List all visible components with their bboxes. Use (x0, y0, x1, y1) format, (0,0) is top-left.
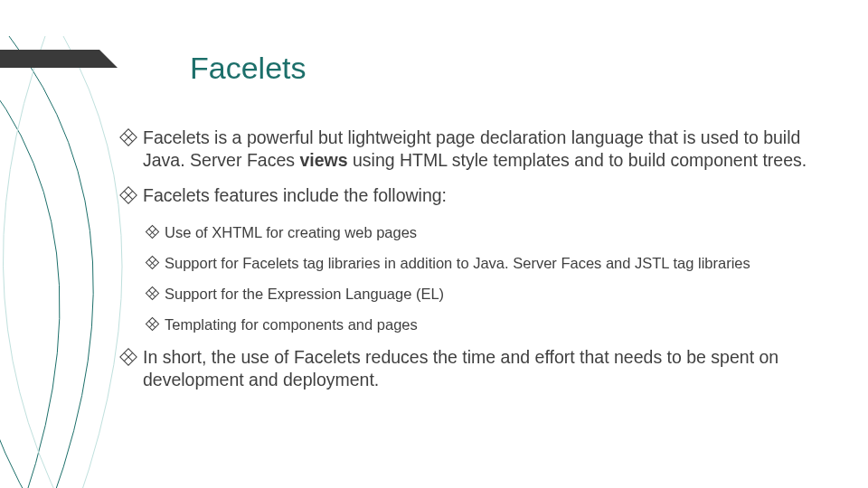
diamond-bullet-icon (119, 128, 137, 146)
slide-content: Facelets is a powerful but lightweight p… (122, 127, 823, 404)
bullet-item: In short, the use of Facelets reduces th… (122, 346, 823, 391)
diamond-bullet-icon (119, 348, 137, 366)
bullet-text: Support for Facelets tag libraries in ad… (165, 254, 823, 273)
bullet-item: Facelets features include the following: (122, 184, 823, 207)
sub-bullet-item: Support for the Expression Language (EL) (147, 285, 823, 304)
bullet-text: In short, the use of Facelets reduces th… (143, 346, 823, 391)
bullet-text: Facelets features include the following: (143, 184, 823, 207)
sub-bullet-item: Templating for components and pages (147, 315, 823, 334)
bullet-text: Support for the Expression Language (EL) (165, 285, 823, 304)
text-bold: views (299, 150, 347, 170)
diamond-bullet-icon (119, 186, 137, 204)
bullet-text: Use of XHTML for creating web pages (165, 223, 823, 242)
bullet-text: Templating for components and pages (165, 315, 823, 334)
slide: Facelets Facelets is a powerful but ligh… (0, 0, 868, 488)
diamond-bullet-icon (146, 317, 160, 332)
bullet-item: Facelets is a powerful but lightweight p… (122, 127, 823, 172)
diamond-bullet-icon (146, 286, 160, 301)
diamond-bullet-icon (146, 256, 160, 270)
decorative-top-bar (0, 50, 99, 68)
bullet-text: Facelets is a powerful but lightweight p… (143, 127, 823, 172)
slide-title: Facelets (190, 51, 307, 86)
diamond-bullet-icon (146, 225, 160, 239)
sub-bullet-item: Support for Facelets tag libraries in ad… (147, 254, 823, 273)
text-fragment: using HTML style templates and to build … (348, 150, 807, 170)
sub-bullet-item: Use of XHTML for creating web pages (147, 223, 823, 242)
